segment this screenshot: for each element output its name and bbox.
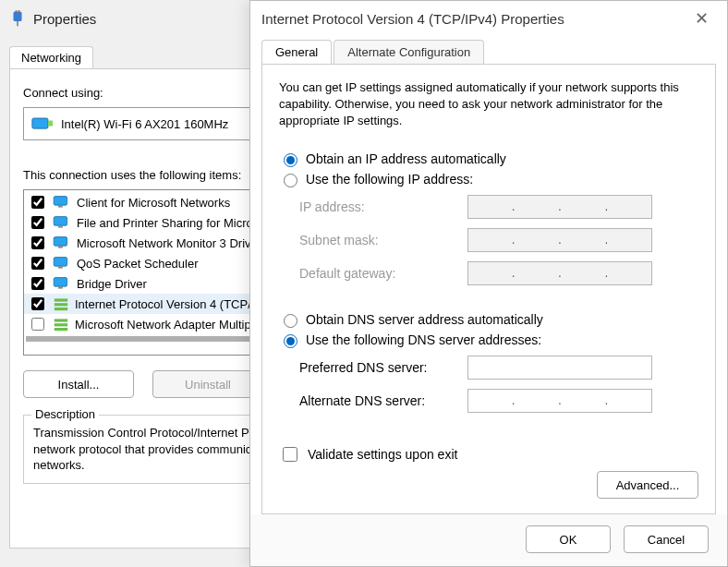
svg-rect-4 (32, 118, 48, 128)
subnet-mask-label: Subnet mask: (299, 233, 456, 247)
network-client-icon (53, 195, 71, 210)
svg-rect-20 (55, 323, 67, 326)
ip-manual-label: Use the following IP address: (306, 172, 473, 187)
ip-address-section: Obtain an IP address automatically Use t… (279, 147, 698, 295)
svg-rect-5 (48, 121, 53, 127)
dns-auto-label: Obtain DNS server address automatically (306, 312, 543, 327)
advanced-button[interactable]: Advanced... (597, 471, 698, 499)
dns-manual-radio[interactable] (284, 334, 297, 348)
close-icon[interactable]: ✕ (686, 10, 716, 27)
network-client-icon (53, 215, 71, 230)
svg-rect-10 (54, 237, 67, 247)
adapter-name: Intel(R) Wi-Fi 6 AX201 160MHz (61, 117, 228, 131)
scrollbar-thumb[interactable] (26, 336, 261, 342)
cancel-button[interactable]: Cancel (624, 525, 709, 553)
svg-rect-9 (58, 225, 63, 227)
protocol-stack-icon (53, 296, 69, 311)
network-client-icon (53, 235, 71, 250)
uninstall-button[interactable]: Uninstall (152, 370, 263, 398)
dns-section: Obtain DNS server address automatically … (279, 308, 698, 422)
item-checkbox[interactable] (31, 277, 44, 290)
svg-rect-0 (14, 12, 22, 22)
alternate-dns-field[interactable]: ... (467, 389, 652, 413)
dialog-button-row: OK Cancel (250, 514, 727, 566)
ip-auto-radio[interactable] (284, 153, 297, 167)
network-client-icon (53, 276, 71, 291)
item-label: Internet Protocol Version 4 (TCP/IPv4) (75, 297, 279, 311)
ip-auto-radio-row[interactable]: Obtain an IP address automatically (279, 151, 698, 167)
svg-rect-1 (16, 10, 18, 13)
subnet-mask-field: ... (467, 228, 652, 252)
validate-settings-row[interactable]: Validate settings upon exit (279, 444, 698, 464)
preferred-dns-label: Preferred DNS server: (299, 360, 456, 375)
svg-rect-17 (55, 303, 67, 306)
dns-manual-radio-row[interactable]: Use the following DNS server addresses: (279, 332, 698, 348)
svg-rect-19 (55, 319, 67, 321)
network-client-icon (53, 256, 71, 271)
svg-rect-6 (54, 197, 67, 206)
ethernet-plug-icon (9, 10, 26, 27)
protocol-stack-icon (53, 317, 69, 332)
ip-auto-label: Obtain an IP address automatically (306, 151, 506, 166)
item-checkbox[interactable] (31, 236, 44, 249)
dns-auto-radio-row[interactable]: Obtain DNS server address automatically (279, 311, 698, 328)
svg-rect-11 (58, 246, 63, 247)
dns-auto-radio[interactable] (284, 314, 297, 328)
tab-networking[interactable]: Networking (9, 46, 93, 68)
svg-rect-8 (54, 217, 67, 226)
svg-rect-21 (55, 328, 67, 331)
ip-manual-radio-row[interactable]: Use the following IP address: (279, 171, 698, 187)
ip-manual-radio[interactable] (284, 174, 297, 187)
svg-rect-13 (58, 266, 63, 268)
validate-settings-checkbox[interactable] (283, 447, 297, 462)
preferred-dns-field[interactable] (467, 356, 652, 380)
general-panel: You can get IP settings assigned automat… (261, 64, 716, 514)
dns-manual-label: Use the following DNS server addresses: (306, 332, 541, 347)
dialog-title: Internet Protocol Version 4 (TCP/IPv4) P… (261, 11, 686, 27)
item-checkbox[interactable] (31, 257, 44, 270)
ip-address-field: ... (467, 195, 652, 219)
install-button[interactable]: Install... (23, 370, 134, 398)
svg-rect-7 (58, 205, 63, 207)
svg-rect-14 (54, 278, 67, 287)
dialog-titlebar: Internet Protocol Version 4 (TCP/IPv4) P… (250, 1, 727, 36)
ipv4-properties-dialog: Internet Protocol Version 4 (TCP/IPv4) P… (249, 0, 728, 567)
validate-settings-label: Validate settings upon exit (308, 447, 457, 462)
item-checkbox[interactable] (31, 297, 44, 310)
alternate-dns-label: Alternate DNS server: (299, 393, 456, 408)
item-label: Microsoft Network Monitor 3 Driver (77, 236, 261, 250)
svg-rect-15 (58, 286, 63, 288)
description-legend: Description (31, 407, 99, 421)
ok-button[interactable]: OK (526, 525, 611, 553)
svg-rect-16 (55, 298, 67, 301)
svg-rect-12 (54, 258, 67, 267)
tab-alternate-configuration[interactable]: Alternate Configuration (334, 40, 484, 64)
item-label: QoS Packet Scheduler (77, 257, 199, 271)
default-gateway-label: Default gateway: (299, 266, 456, 281)
item-label: Bridge Driver (77, 277, 147, 291)
item-label: Client for Microsoft Networks (77, 196, 230, 210)
dialog-tabs: General Alternate Configuration (261, 40, 727, 64)
ip-info-text: You can get IP settings assigned automat… (279, 79, 698, 130)
default-gateway-field: ... (467, 261, 652, 285)
network-adapter-icon (31, 115, 54, 132)
item-checkbox[interactable] (31, 318, 44, 331)
adapter-title: Properties (33, 11, 96, 27)
svg-rect-18 (55, 308, 67, 310)
svg-rect-2 (18, 10, 20, 13)
item-checkbox[interactable] (31, 216, 44, 229)
svg-rect-3 (17, 21, 18, 26)
ip-address-label: IP address: (299, 199, 456, 214)
item-checkbox[interactable] (31, 196, 44, 209)
tab-general[interactable]: General (261, 40, 332, 64)
